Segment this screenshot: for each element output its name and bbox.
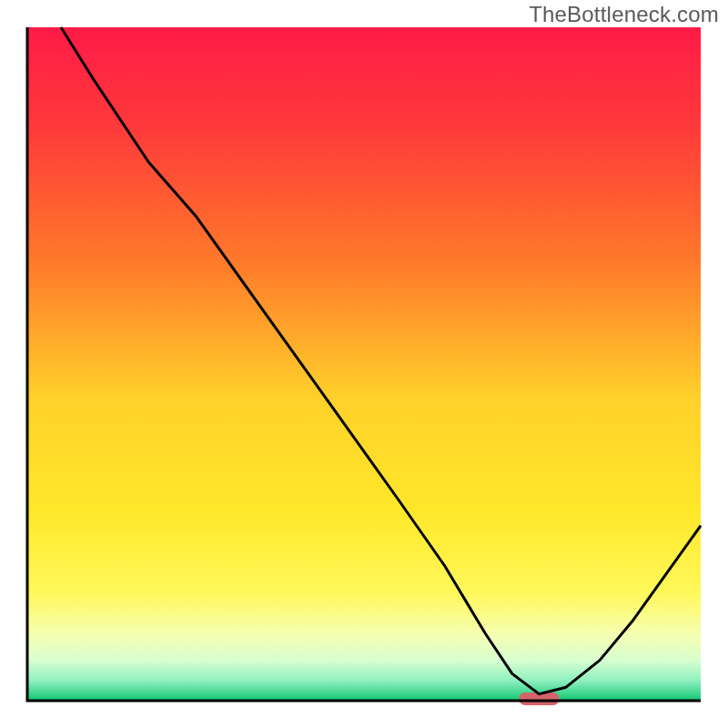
bottleneck-chart	[0, 0, 728, 728]
plot-background	[27, 27, 701, 701]
chart-container: TheBottleneck.com	[0, 0, 728, 728]
